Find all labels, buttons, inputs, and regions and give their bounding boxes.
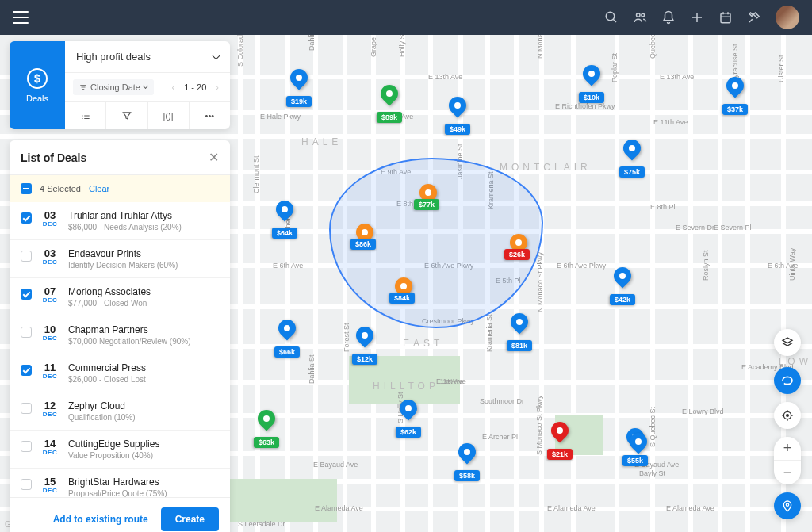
svg-point-2 bbox=[642, 13, 645, 17]
map-pin[interactable]: $49k bbox=[445, 97, 470, 135]
deal-checkbox[interactable] bbox=[21, 479, 32, 490]
map-pin[interactable]: $12k bbox=[352, 327, 377, 365]
deal-checkbox[interactable] bbox=[21, 403, 32, 414]
pin-value-badge: $37k bbox=[722, 104, 748, 115]
deal-row[interactable]: 03DECEndeavour PrintsIdentify Decision M… bbox=[10, 240, 230, 278]
bell-icon[interactable] bbox=[661, 10, 676, 25]
map-pin[interactable] bbox=[630, 433, 647, 457]
menu-icon[interactable] bbox=[13, 11, 29, 24]
close-icon[interactable]: ✕ bbox=[209, 150, 219, 165]
map-pin[interactable]: $77k bbox=[414, 196, 439, 210]
zoom-in-button[interactable]: + bbox=[774, 437, 801, 461]
map-pin[interactable]: $42k bbox=[610, 267, 635, 305]
pin-marker-icon bbox=[276, 201, 293, 224]
map-pin[interactable]: $58k bbox=[454, 443, 480, 481]
select-all-checkbox[interactable] bbox=[21, 183, 32, 194]
street-label: Southmoor Dr bbox=[480, 397, 524, 405]
map-pin[interactable]: $81k bbox=[507, 313, 532, 351]
deal-name: Endeavour Prints bbox=[68, 248, 219, 259]
more-icon[interactable]: ••• bbox=[190, 102, 230, 129]
deal-day: 10 bbox=[40, 324, 60, 335]
street-label: E 6th Ave bbox=[273, 262, 303, 270]
deal-month: DEC bbox=[40, 449, 60, 456]
list-view-icon[interactable] bbox=[65, 102, 106, 129]
page-next[interactable]: › bbox=[213, 82, 222, 92]
map-pin[interactable]: $64k bbox=[272, 201, 297, 239]
deal-date: 07DEC bbox=[40, 286, 60, 304]
page-prev[interactable]: ‹ bbox=[169, 82, 178, 92]
pin-value-badge: $62k bbox=[396, 427, 421, 438]
tools-icon[interactable] bbox=[747, 10, 761, 25]
svg-point-6 bbox=[786, 503, 788, 506]
add-to-route-link[interactable]: Add to existing route bbox=[53, 514, 148, 525]
pin-marker-icon bbox=[614, 267, 631, 291]
deal-checkbox[interactable] bbox=[21, 289, 32, 300]
deal-subtitle: Qualification (10%) bbox=[68, 413, 219, 422]
map-pin[interactable]: $26k bbox=[504, 246, 530, 260]
map-pin[interactable]: $37k bbox=[722, 77, 748, 115]
deal-checkbox[interactable] bbox=[21, 441, 32, 452]
plus-icon[interactable] bbox=[690, 10, 704, 25]
map-pin[interactable]: $86k bbox=[350, 235, 376, 250]
page-range: 1 - 20 bbox=[184, 82, 206, 92]
filter-icon[interactable] bbox=[106, 102, 147, 129]
deal-row[interactable]: 10DECChapman Partners$70,000 Negotiation… bbox=[10, 316, 230, 354]
sort-button[interactable]: Closing Date bbox=[73, 79, 154, 95]
pin-value-badge: $21k bbox=[547, 449, 573, 460]
street-label: Dahlia St bbox=[308, 35, 316, 51]
map-pin-button[interactable] bbox=[774, 492, 801, 519]
map-pin[interactable]: $10k bbox=[579, 65, 604, 103]
pin-value-badge: $55k bbox=[622, 455, 648, 466]
deal-checkbox[interactable] bbox=[21, 365, 32, 376]
deal-name: Morlong Associates bbox=[68, 286, 219, 297]
deal-subtitle: Value Proposition (40%) bbox=[68, 451, 219, 460]
deal-checkbox[interactable] bbox=[21, 327, 32, 338]
deal-date: 03DEC bbox=[40, 248, 60, 266]
view-selector[interactable]: High profit deals bbox=[65, 41, 230, 73]
pin-value-badge: $89k bbox=[377, 112, 402, 123]
map-pin[interactable]: $84k bbox=[389, 289, 415, 304]
street-label: Dahlia St bbox=[308, 354, 316, 384]
clear-selection-link[interactable]: Clear bbox=[89, 184, 109, 193]
deal-row[interactable]: 14DECCuttingEdge SuppliesValue Propositi… bbox=[10, 431, 230, 469]
deal-row[interactable]: 03DECTruhlar and Truhlar Attys$86,000 - … bbox=[10, 202, 230, 240]
calendar-icon[interactable] bbox=[718, 10, 733, 25]
map-pin[interactable]: $62k bbox=[396, 400, 421, 438]
deal-row[interactable]: 07DECMorlong Associates$77,000 - Closed … bbox=[10, 278, 230, 316]
pin-marker-icon bbox=[381, 85, 398, 109]
pin-marker-icon bbox=[356, 327, 373, 350]
avatar[interactable] bbox=[776, 6, 799, 29]
map-pin[interactable]: $89k bbox=[377, 85, 402, 123]
svg-point-5 bbox=[787, 415, 789, 417]
map-pin[interactable]: $66k bbox=[274, 320, 300, 358]
deal-row[interactable]: 15DECBrightStar HardwaresProposal/Price … bbox=[10, 469, 230, 497]
deal-day: 14 bbox=[40, 438, 60, 449]
deal-subtitle: $26,000 - Closed Lost bbox=[68, 375, 219, 384]
pin-marker-icon bbox=[511, 313, 528, 337]
kanban-icon[interactable]: |()| bbox=[148, 102, 190, 129]
map-pin[interactable]: $75k bbox=[619, 140, 645, 178]
map-pin[interactable]: $63k bbox=[254, 410, 279, 448]
module-tile[interactable]: $ Deals bbox=[10, 41, 65, 129]
draw-lasso-button[interactable] bbox=[774, 367, 801, 394]
layers-icon[interactable] bbox=[774, 329, 801, 356]
map-pin[interactable]: $19k bbox=[286, 69, 312, 107]
pin-marker-icon bbox=[583, 65, 600, 89]
deal-checkbox[interactable] bbox=[21, 212, 32, 224]
deal-subtitle: $86,000 - Needs Analysis (20%) bbox=[68, 223, 219, 232]
pin-value-badge: $58k bbox=[454, 470, 480, 481]
module-label: Deals bbox=[26, 94, 48, 103]
svg-point-1 bbox=[637, 13, 641, 17]
street-label: E 13th Ave bbox=[660, 73, 694, 81]
zoom-out-button[interactable]: − bbox=[774, 461, 801, 484]
contacts-icon[interactable] bbox=[633, 10, 647, 25]
street-label: S Quebec St bbox=[649, 407, 657, 447]
deal-row[interactable]: 12DECZephyr CloudQualification (10%) bbox=[10, 392, 230, 431]
deal-row[interactable]: 11DECCommercial Press$26,000 - Closed Lo… bbox=[10, 354, 230, 392]
locate-icon[interactable] bbox=[774, 402, 801, 429]
search-icon[interactable] bbox=[604, 10, 619, 25]
create-button[interactable]: Create bbox=[161, 507, 219, 531]
pin-value-badge: $26k bbox=[504, 249, 530, 260]
map-pin[interactable]: $21k bbox=[547, 422, 573, 460]
deal-checkbox[interactable] bbox=[21, 251, 32, 262]
